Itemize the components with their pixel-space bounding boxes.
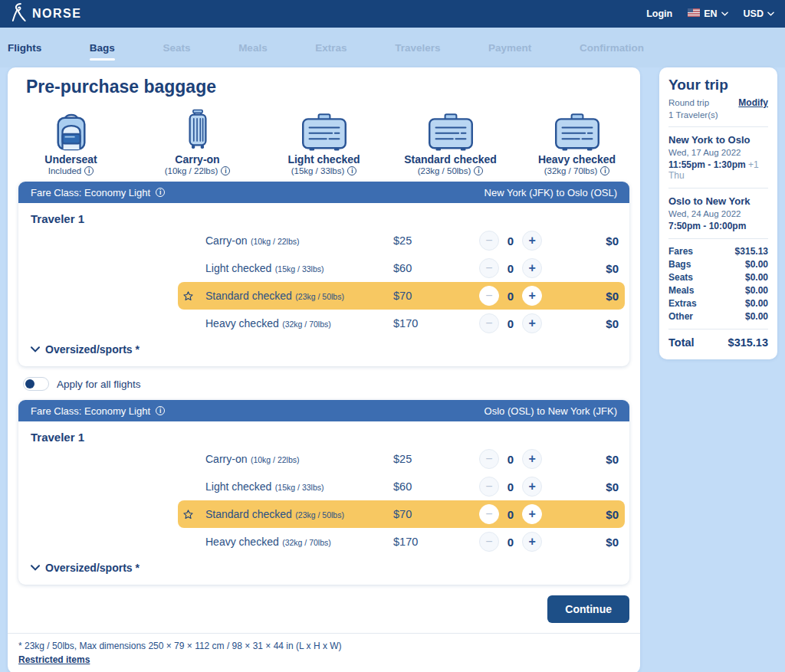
bag-row-price: $25 — [393, 453, 464, 465]
tab-seats[interactable]: Seats — [163, 42, 190, 54]
leg-date: Wed, 24 Aug 2022 — [668, 209, 768, 218]
tab-confirmation[interactable]: Confirmation — [580, 42, 644, 54]
standard-checked-suitcase-icon — [424, 108, 478, 151]
login-button[interactable]: Login — [646, 8, 672, 19]
bag-row-total: $0 — [557, 290, 619, 303]
decrement-button[interactable]: − — [479, 504, 499, 524]
tab-flights[interactable]: Flights — [8, 42, 41, 54]
bag-row-label: Light checked — [205, 480, 271, 493]
info-icon[interactable]: i — [156, 188, 165, 197]
bag-type-name: Underseat — [44, 153, 97, 166]
bag-row-price: $60 — [393, 480, 464, 493]
language-selector[interactable]: EN — [688, 8, 728, 19]
oversized-sports-expander[interactable]: Oversized/sports * — [18, 337, 629, 366]
info-icon[interactable]: i — [600, 166, 609, 175]
bag-type-detail: Included — [48, 166, 81, 175]
quantity-stepper: − 0 + — [464, 313, 557, 333]
bag-type-light-checked: Light checked (15kg / 33lbs) i — [261, 108, 387, 175]
bag-type-strip: Underseat Included i Carry-on (10kg / 22… — [8, 108, 640, 175]
increment-button[interactable]: + — [522, 504, 542, 524]
quantity-value: 0 — [507, 480, 514, 493]
bag-row-label: Heavy checked — [205, 536, 279, 548]
info-icon[interactable]: i — [474, 166, 483, 175]
decrement-button[interactable]: − — [479, 477, 499, 497]
tab-travelers[interactable]: Travelers — [395, 42, 440, 54]
price-row-meals: Meals $0.00 — [668, 285, 768, 296]
info-icon[interactable]: i — [347, 166, 356, 175]
currency-label: USD — [744, 8, 764, 19]
continue-button[interactable]: Continue — [547, 595, 629, 623]
quantity-stepper: − 0 + — [464, 231, 557, 251]
modify-trip-link[interactable]: Modify — [738, 97, 768, 108]
decrement-button[interactable]: − — [479, 286, 499, 306]
increment-button[interactable]: + — [522, 313, 542, 333]
quantity-stepper: − 0 + — [464, 532, 557, 552]
increment-button[interactable]: + — [522, 477, 542, 497]
underseat-backpack-icon — [53, 108, 90, 151]
tab-bags[interactable]: Bags — [90, 42, 115, 54]
bag-row-price: $25 — [393, 234, 464, 247]
bag-type-name: Carry-on — [175, 153, 219, 166]
tab-meals[interactable]: Meals — [238, 42, 268, 54]
bag-row-label: Light checked — [205, 262, 271, 274]
bag-row-detail: (23kg / 50lbs) — [295, 510, 344, 520]
bag-row-label: Standard checked — [205, 290, 292, 302]
oversized-sports-expander[interactable]: Oversized/sports * — [18, 556, 629, 585]
tab-extras[interactable]: Extras — [315, 42, 347, 54]
increment-button[interactable]: + — [522, 231, 542, 251]
bag-row-price: $170 — [393, 536, 464, 548]
bag-row-label: Standard checked — [205, 508, 292, 520]
bag-type-detail: (23kg / 50lbs) — [418, 166, 471, 175]
trip-type-label: Round trip — [668, 98, 709, 107]
bag-row-total: $0 — [557, 234, 619, 247]
fare-section-outbound: Fare Class: Economy Light i New York (JF… — [18, 182, 629, 366]
heavy-checked-suitcase-icon — [549, 108, 606, 151]
price-row-extras: Extras $0.00 — [668, 298, 768, 309]
baggage-main-card: Pre-purchase baggage Underseat Included … — [8, 67, 640, 672]
decrement-button[interactable]: − — [479, 313, 499, 333]
decrement-button[interactable]: − — [479, 231, 499, 251]
apply-all-flights-toggle[interactable] — [23, 377, 49, 391]
quantity-value: 0 — [507, 317, 514, 330]
fare-class-label: Fare Class: Economy Light — [31, 187, 150, 198]
bag-row-total: $0 — [557, 480, 619, 493]
carry-on-trolley-icon — [185, 108, 211, 151]
bag-type-standard-checked: Standard checked (23kg / 50lbs) i — [387, 108, 514, 175]
star-icon — [182, 290, 205, 302]
bag-row-detail: (23kg / 50lbs) — [295, 292, 344, 301]
quantity-value: 0 — [507, 234, 514, 247]
route-label: New York (JFK) to Oslo (OSL) — [484, 187, 617, 198]
divider — [668, 188, 768, 188]
bag-row-total: $0 — [557, 508, 619, 521]
increment-button[interactable]: + — [522, 258, 542, 278]
increment-button[interactable]: + — [522, 286, 542, 306]
decrement-button[interactable]: − — [479, 532, 499, 552]
bag-type-heavy-checked: Heavy checked (32kg / 70lbs) i — [514, 108, 640, 175]
info-icon[interactable]: i — [221, 166, 230, 175]
tab-payment[interactable]: Payment — [488, 42, 531, 54]
leg-time: 11:55pm - 1:30pm — [668, 159, 746, 170]
currency-selector[interactable]: USD — [744, 8, 774, 19]
increment-button[interactable]: + — [522, 532, 542, 552]
info-icon[interactable]: i — [156, 406, 165, 415]
traveler-name: Traveler 1 — [18, 421, 629, 445]
quantity-value: 0 — [507, 508, 514, 521]
norse-brand[interactable]: NORSE — [11, 2, 81, 25]
quantity-value: 0 — [507, 453, 514, 466]
chevron-down-icon — [31, 346, 40, 352]
quantity-stepper: − 0 + — [464, 286, 557, 306]
total-label: Total — [668, 336, 695, 349]
info-icon[interactable]: i — [84, 166, 94, 175]
bag-row-light-checked: Light checked (15kg / 33lbs) $60 − 0 + $… — [178, 473, 625, 500]
quantity-value: 0 — [507, 536, 514, 549]
restricted-items-link[interactable]: Restricted items — [18, 654, 90, 665]
bag-row-total: $0 — [557, 262, 619, 275]
bag-row-light-checked: Light checked (15kg / 33lbs) $60 − 0 + $… — [178, 254, 625, 282]
divider — [668, 126, 768, 127]
increment-button[interactable]: + — [522, 449, 542, 469]
traveler-count: 1 Traveler(s) — [668, 110, 768, 120]
decrement-button[interactable]: − — [479, 258, 499, 278]
bag-row-standard-checked: Standard checked (23kg / 50lbs) $70 − 0 … — [178, 282, 625, 310]
bag-row-carry-on: Carry-on (10kg / 22lbs) $25 − 0 + $0 — [178, 227, 625, 254]
decrement-button[interactable]: − — [479, 449, 499, 469]
